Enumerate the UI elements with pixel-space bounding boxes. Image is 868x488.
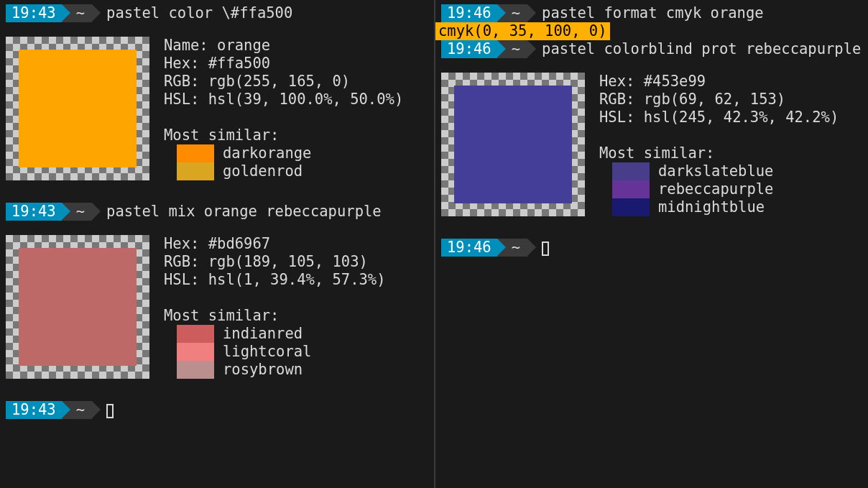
color-info-line: RGB: rgb(189, 105, 103) [164, 253, 386, 271]
color-info-line: HSL: hsl(39, 100.0%, 50.0%) [164, 91, 403, 109]
similar-item: lightcoral [164, 343, 386, 361]
prompt-time: 19:46 [441, 40, 497, 58]
color-preview-block: Name: orangeHex: #ffa500RGB: rgb(255, 16… [0, 22, 434, 185]
similar-item: midnightblue [599, 198, 839, 216]
prompt-time: 19:46 [441, 239, 497, 257]
color-preview-block: Hex: #bd6967RGB: rgb(189, 105, 103)HSL: … [0, 221, 434, 383]
prompt-line[interactable]: 19:46~pastel format cmyk orange [435, 4, 868, 22]
similar-name: darkslateblue [658, 162, 773, 180]
color-info: Hex: #453e99RGB: rgb(69, 62, 153)HSL: hs… [599, 73, 839, 216]
prompt-line[interactable]: 19:43~pastel mix orange rebeccapurple [0, 203, 434, 221]
swatch [19, 248, 137, 366]
similar-item: rosybrown [164, 361, 386, 379]
text-output: cmyk(0, 35, 100, 0) [435, 22, 610, 40]
color-info-line: Hex: #ffa500 [164, 55, 403, 73]
similar-item: goldenrod [164, 162, 403, 180]
similar-chip [177, 343, 214, 361]
similar-chip [612, 162, 650, 180]
prompt-line[interactable]: 19:43~pastel color \#ffa500 [0, 4, 434, 22]
similar-item: indianred [164, 325, 386, 343]
terminal-pane-right[interactable]: 19:46~pastel format cmyk orangecmyk(0, 3… [434, 0, 868, 488]
swatch [454, 86, 572, 203]
similar-heading: Most similar: [164, 126, 403, 144]
similar-name: darkorange [223, 144, 311, 162]
cursor-icon [542, 241, 549, 256]
similar-name: goldenrod [223, 162, 303, 180]
checkerboard-frame [441, 73, 585, 216]
similar-name: lightcoral [223, 343, 311, 361]
similar-name: indianred [223, 325, 303, 343]
color-info: Hex: #bd6967RGB: rgb(189, 105, 103)HSL: … [164, 235, 386, 379]
prompt-line[interactable]: 19:43~ [0, 401, 434, 419]
terminal-pane-left[interactable]: 19:43~pastel color \#ffa500Name: orangeH… [0, 0, 434, 488]
similar-chip [177, 144, 214, 162]
prompt-time: 19:46 [441, 4, 497, 22]
swatch [19, 50, 137, 167]
similar-chip [177, 325, 214, 343]
similar-name: rosybrown [223, 361, 303, 379]
similar-chip [612, 198, 650, 216]
prompt-line[interactable]: 19:46~ [435, 239, 868, 257]
color-info-line: Name: orange [164, 37, 403, 55]
cursor-icon [106, 404, 114, 418]
color-info: Name: orangeHex: #ffa500RGB: rgb(255, 16… [164, 37, 403, 180]
prompt-command[interactable]: pastel mix orange rebeccapurple [92, 203, 382, 221]
prompt-time: 19:43 [6, 203, 62, 221]
similar-item: rebeccapurple [599, 180, 839, 198]
color-info-line: RGB: rgb(255, 165, 0) [164, 73, 403, 91]
similar-heading: Most similar: [599, 144, 839, 162]
similar-heading: Most similar: [164, 307, 386, 325]
color-info-line: HSL: hsl(1, 39.4%, 57.3%) [164, 271, 386, 289]
prompt-time: 19:43 [6, 401, 62, 419]
similar-name: midnightblue [658, 198, 765, 216]
color-info-line: Hex: #bd6967 [164, 235, 386, 253]
similar-chip [612, 180, 650, 198]
similar-chip [177, 361, 214, 379]
similar-item: darkslateblue [599, 162, 839, 180]
color-preview-block: Hex: #453e99RGB: rgb(69, 62, 153)HSL: hs… [435, 58, 868, 221]
checkerboard-frame [6, 235, 149, 379]
prompt-time: 19:43 [6, 4, 62, 22]
color-info-line: RGB: rgb(69, 62, 153) [599, 91, 839, 109]
similar-chip [177, 162, 214, 180]
prompt-command[interactable]: pastel format cmyk orange [527, 4, 764, 22]
color-info-line: Hex: #453e99 [599, 73, 839, 91]
similar-name: rebeccapurple [658, 180, 773, 198]
checkerboard-frame [6, 37, 149, 180]
prompt-command[interactable]: pastel colorblind prot rebeccapurple [527, 40, 861, 58]
prompt-line[interactable]: 19:46~pastel colorblind prot rebeccapurp… [435, 40, 868, 58]
similar-item: darkorange [164, 144, 403, 162]
color-info-line: HSL: hsl(245, 42.3%, 42.2%) [599, 109, 839, 126]
prompt-command[interactable]: pastel color \#ffa500 [92, 4, 292, 22]
